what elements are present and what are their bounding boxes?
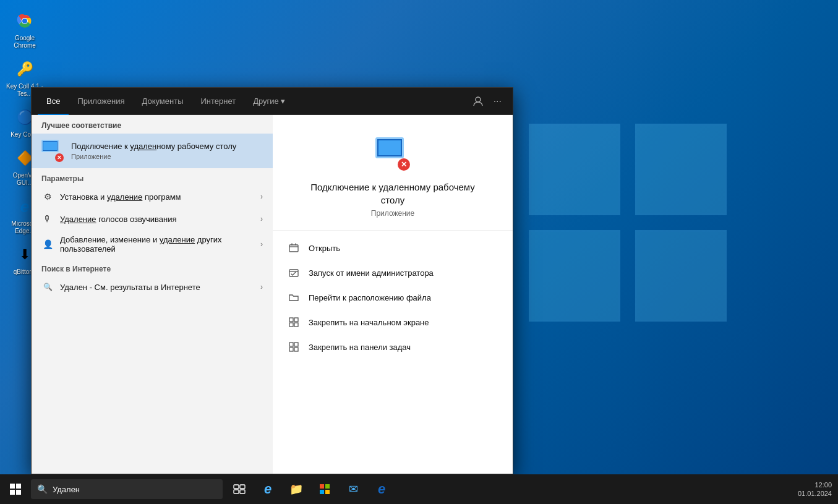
arrow-icon-3: › (260, 240, 263, 249)
desktop-icon-chrome[interactable]: Google Chrome (3, 6, 46, 52)
taskbar-search-icon: 🔍 (37, 484, 48, 494)
internet-search-label: Удален - См. результаты в Интернете (60, 283, 254, 292)
svg-rect-22 (320, 484, 324, 489)
best-match-text: Подключение к удаленному рабочему столу … (71, 142, 236, 160)
svg-rect-11 (294, 343, 298, 346)
user-icon[interactable] (468, 88, 489, 115)
right-panel: ✕ Подключение к удаленному рабочемустолу… (273, 115, 513, 474)
action-run-admin-label: Запуск от имени администратора (309, 268, 434, 278)
svg-rect-24 (320, 490, 324, 494)
menu-body: Лучшее соответствие ✕ Подключение к удал… (32, 115, 513, 474)
svg-rect-14 (10, 484, 15, 489)
svg-rect-13 (294, 348, 298, 351)
svg-rect-8 (289, 323, 293, 327)
best-match-header: Лучшее соответствие (32, 115, 273, 134)
app-detail-subtitle: Приложение (371, 209, 414, 218)
taskbar-store[interactable] (310, 474, 339, 504)
folder-icon (288, 291, 300, 304)
tab-docs[interactable]: Документы (133, 88, 192, 115)
settings-item-add-change-remove[interactable]: 👤 Добавление, изменение и удаление други… (32, 230, 273, 258)
search-icon (41, 281, 54, 293)
action-pin-taskbar[interactable]: Закрепить на панели задач (273, 335, 513, 359)
svg-rect-19 (240, 485, 245, 489)
svg-rect-17 (16, 490, 21, 495)
best-match-subtitle: Приложение (71, 153, 236, 160)
svg-rect-23 (325, 484, 330, 489)
taskbar-tray: 12:00 01.01.2024 (792, 474, 838, 504)
arrow-icon-2: › (260, 215, 263, 223)
svg-rect-21 (240, 490, 245, 493)
action-pin-start[interactable]: Закрепить на начальном экране (273, 310, 513, 335)
action-open-label: Открыть (309, 244, 340, 253)
svg-point-2 (22, 19, 27, 23)
app-detail: ✕ Подключение к удаленному рабочемустолу… (273, 115, 513, 231)
svg-rect-10 (289, 343, 293, 346)
start-menu: Все Приложения Документы Интернет Другие… (31, 87, 513, 474)
tab-apps[interactable]: Приложения (69, 88, 133, 115)
arrow-icon-1: › (260, 192, 263, 201)
left-panel: Лучшее соответствие ✕ Подключение к удал… (32, 115, 273, 474)
run-admin-icon (288, 267, 300, 279)
chrome-icon (12, 9, 37, 33)
open-icon (288, 242, 300, 254)
settings-item-remove-voices[interactable]: 🎙 Удаление голосов озвучивания › (32, 208, 273, 230)
mic-icon: 🎙 (41, 213, 54, 225)
settings-item-install-remove[interactable]: Установка и удаление программ › (32, 186, 273, 208)
svg-rect-9 (294, 323, 298, 327)
svg-rect-5 (289, 270, 298, 276)
app-detail-title: Подключение к удаленному рабочемустолу (310, 181, 475, 207)
svg-rect-20 (234, 490, 239, 493)
svg-rect-16 (10, 490, 15, 495)
action-run-admin[interactable]: Запуск от имени администратора (273, 260, 513, 285)
gear-icon (41, 190, 54, 203)
taskbar-search-text: Удален (53, 485, 80, 494)
tab-other[interactable]: Другие ▾ (244, 88, 294, 115)
settings-item-install-label: Установка и удаление программ (60, 192, 254, 202)
desktop: Google Chrome 🔑 Key Coll 4.1 - Tes... 🔵 … (0, 0, 838, 504)
svg-rect-7 (294, 318, 298, 322)
tray-time: 12:00 01.01.2024 (798, 481, 832, 498)
windows-logo-watermark (529, 124, 727, 322)
taskbar-mail[interactable]: ✉ (339, 474, 367, 504)
svg-rect-12 (289, 348, 293, 351)
tab-all[interactable]: Все (38, 88, 69, 115)
keycoll1-icon: 🔑 (12, 57, 37, 82)
action-go-to-location[interactable]: Перейти к расположению файла (273, 285, 513, 310)
taskbar: 🔍 Удален e 📁 ✉ (0, 474, 838, 504)
best-match-item[interactable]: ✕ Подключение к удаленному рабочему стол… (32, 134, 273, 168)
action-list: Открыть Запуск от имени администратора (273, 231, 513, 364)
best-match-rdp-icon: ✕ (41, 140, 64, 162)
svg-rect-6 (289, 318, 293, 322)
pin-start-icon (288, 316, 300, 328)
more-options-icon[interactable]: ··· (489, 88, 507, 115)
svg-rect-25 (325, 490, 330, 494)
svg-rect-15 (16, 484, 21, 489)
internet-search-item[interactable]: Удален - См. результаты в Интернете › (32, 276, 273, 298)
best-match-title: Подключение к удаленному рабочему столу (71, 142, 236, 152)
taskbar-search[interactable]: 🔍 Удален (31, 479, 223, 499)
taskbar-task-view[interactable] (225, 474, 254, 504)
internet-search-header: Поиск в Интернете (32, 258, 273, 276)
taskbar-edge[interactable]: e (254, 474, 282, 504)
settings-item-users-label: Добавление, изменение и удаление других … (60, 235, 254, 254)
settings-header: Параметры (32, 168, 273, 186)
svg-point-3 (476, 97, 481, 102)
search-tabs-bar: Все Приложения Документы Интернет Другие… (32, 88, 513, 115)
person-icon: 👤 (41, 238, 54, 250)
pin-taskbar-icon (288, 341, 300, 353)
svg-rect-18 (234, 485, 239, 489)
settings-item-voices-label: Удаление голосов озвучивания (60, 215, 254, 224)
svg-rect-4 (289, 245, 298, 252)
tab-internet[interactable]: Интернет (192, 88, 244, 115)
taskbar-ie[interactable]: e (367, 474, 396, 504)
taskbar-explorer[interactable]: 📁 (282, 474, 310, 504)
action-goto-label: Перейти к расположению файла (309, 293, 431, 302)
action-pin-taskbar-label: Закрепить на панели задач (309, 343, 411, 352)
chrome-label: Google Chrome (6, 35, 44, 49)
action-pin-start-label: Закрепить на начальном экране (309, 318, 429, 327)
action-open[interactable]: Открыть (273, 236, 513, 260)
start-button[interactable] (0, 474, 31, 504)
app-detail-icon: ✕ (373, 134, 413, 173)
arrow-icon-4: › (260, 283, 263, 291)
